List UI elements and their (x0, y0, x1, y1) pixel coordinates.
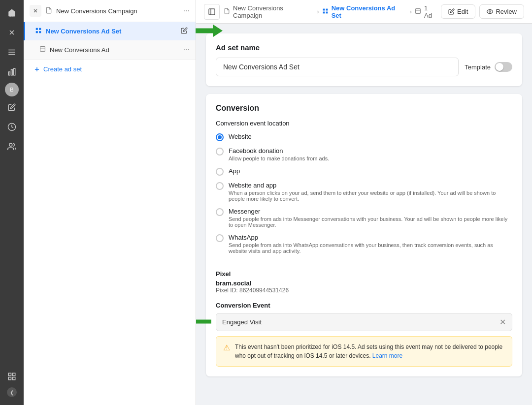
template-label: Template (465, 63, 491, 71)
radio-whatsapp-circle (216, 234, 224, 242)
template-toggle-switch[interactable] (495, 62, 512, 72)
collapse-button[interactable]: ❮ (7, 387, 17, 397)
radio-whatsapp-label-container: WhatsApp Send people from ads into Whats… (229, 234, 512, 254)
adset-icon (35, 27, 42, 35)
breadcrumb-sep-2: › (410, 8, 412, 15)
sidebar-toggle-button[interactable] (204, 4, 220, 20)
toggle-knob (496, 63, 503, 71)
edit-label: Edit (457, 8, 468, 15)
svg-rect-7 (14, 68, 15, 75)
svg-rect-30 (416, 8, 421, 13)
svg-point-31 (489, 11, 491, 12)
ad-row: New Conversions Ad ··· (24, 40, 196, 60)
svg-rect-12 (8, 377, 11, 380)
ad-set-row: New Conversions Ad Set (24, 22, 196, 40)
chart-icon[interactable] (3, 63, 21, 81)
pixel-section: Pixel bram.social Pixel ID: 862409944531… (216, 270, 512, 294)
conversion-event-input[interactable]: Engaged Visit ✕ (216, 313, 512, 331)
campaign-row: New Conversions Campaign ··· (24, 0, 196, 22)
avatar[interactable]: B (5, 83, 19, 96)
radio-facebook-donation-label: Facebook donation (229, 147, 329, 155)
radio-facebook-donation[interactable]: Facebook donation Allow people to make d… (216, 147, 512, 161)
radio-messenger[interactable]: Messenger Send people from ads into Mess… (216, 208, 512, 228)
create-ad-set-label: Create ad set (43, 65, 82, 73)
svg-rect-13 (13, 377, 15, 380)
review-label: Review (496, 8, 517, 15)
edit-button[interactable]: Edit (441, 4, 475, 19)
radio-messenger-circle (216, 208, 224, 216)
svg-marker-20 (196, 24, 223, 37)
radio-messenger-label: Messenger (229, 208, 512, 215)
review-button[interactable]: Review (479, 4, 524, 19)
breadcrumb-adset: New Conversions Ad Set (332, 4, 407, 19)
svg-rect-11 (13, 373, 15, 375)
svg-rect-6 (11, 70, 13, 75)
conversion-event-arrow (196, 314, 211, 330)
pixel-name: bram.social (216, 280, 512, 287)
conversion-event-clear-button[interactable]: ✕ (499, 317, 506, 327)
ad-set-name-input[interactable] (216, 58, 459, 76)
campaign-more-button[interactable]: ··· (183, 6, 190, 15)
pixel-id: Pixel ID: 862409944531426 (216, 287, 512, 294)
svg-rect-26 (323, 8, 325, 10)
menu-icon[interactable] (3, 43, 21, 61)
radio-website-label-container: Website (229, 133, 252, 140)
pixel-label: Pixel (216, 270, 512, 278)
svg-rect-16 (36, 28, 38, 30)
radio-messenger-desc: Send people from ads into Messenger conv… (229, 216, 512, 228)
breadcrumb-ad-icon (415, 8, 421, 16)
breadcrumb-ad: 1 Ad (424, 4, 437, 19)
radio-facebook-donation-label-container: Facebook donation Allow people to make d… (229, 147, 329, 161)
svg-rect-29 (326, 11, 328, 13)
conversion-event-label: Conversion Event (216, 302, 512, 309)
radio-website-label: Website (229, 133, 252, 140)
ad-set-name-title: Ad set name (216, 43, 512, 52)
conversion-card: Conversion Conversion event location Web… (206, 94, 522, 376)
radio-website-app-desc: When a person clicks on your ad, send th… (229, 190, 512, 202)
grid-apps-icon[interactable] (3, 368, 21, 385)
radio-app-label-container: App (229, 167, 240, 175)
ad-name: New Conversions Ad (50, 46, 179, 54)
content-area: Ad set name Template Conversion Conversi… (196, 24, 532, 405)
radio-app[interactable]: App (216, 167, 512, 176)
learn-more-link[interactable]: Learn more (372, 352, 402, 359)
breadcrumb-campaign-icon (224, 8, 230, 16)
radio-whatsapp-label: WhatsApp (229, 234, 512, 241)
green-arrow (196, 23, 223, 38)
breadcrumb: New Conversions Campaign › New Conversio… (224, 4, 437, 19)
breadcrumb-adset-icon (322, 8, 329, 16)
ad-set-name-card: Ad set name Template (206, 33, 522, 86)
svg-rect-19 (39, 31, 41, 33)
home-icon[interactable] (3, 4, 21, 22)
radio-facebook-donation-circle (216, 148, 224, 156)
pencil-icon[interactable] (3, 98, 21, 116)
svg-rect-10 (8, 373, 11, 375)
close-button[interactable] (30, 5, 41, 17)
divider-1 (216, 264, 512, 264)
conversion-title: Conversion (216, 104, 512, 113)
radio-website-circle (216, 133, 224, 141)
conversion-event-location-label: Conversion event location (216, 120, 512, 127)
svg-rect-27 (326, 8, 328, 10)
radio-website-app[interactable]: Website and app When a person clicks on … (216, 182, 512, 202)
svg-rect-17 (39, 28, 41, 30)
svg-rect-18 (36, 31, 38, 33)
svg-rect-24 (209, 9, 215, 15)
radio-whatsapp[interactable]: WhatsApp Send people from ads into Whats… (216, 234, 512, 254)
warning-icon: ⚠ (223, 343, 230, 352)
left-nav: B ❮ (0, 0, 24, 405)
audience-icon[interactable] (3, 138, 21, 156)
close-icon[interactable] (3, 24, 21, 41)
clock-icon[interactable] (3, 118, 21, 136)
ad-more-button[interactable]: ··· (183, 45, 190, 54)
radio-website[interactable]: Website (216, 133, 512, 141)
topbar-actions: Edit Review (441, 4, 524, 19)
radio-facebook-donation-desc: Allow people to make donations from ads. (229, 156, 329, 161)
name-input-row: Template (216, 58, 512, 76)
create-ad-set-button[interactable]: Create ad set (24, 60, 196, 79)
ad-set-edit-icon[interactable] (181, 27, 188, 35)
breadcrumb-campaign: New Conversions Campaign (233, 4, 314, 19)
radio-app-circle (216, 168, 224, 176)
campaign-icon (45, 7, 52, 15)
ad-icon (39, 46, 46, 54)
